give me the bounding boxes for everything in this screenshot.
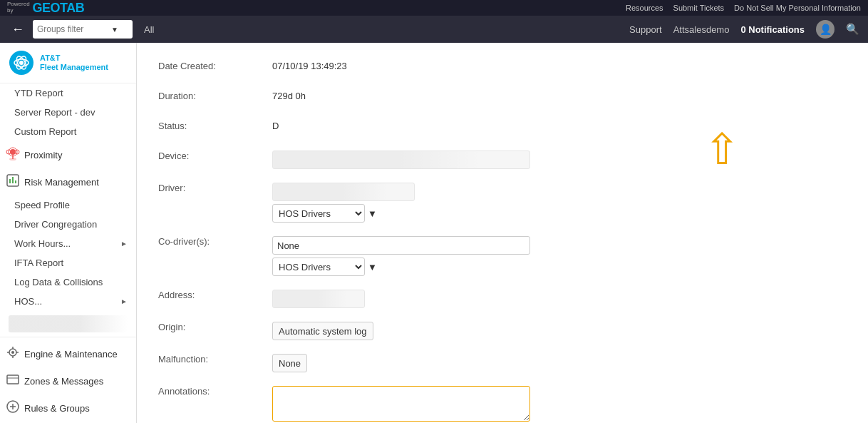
origin-value: Automatic system log xyxy=(272,318,847,340)
geotab-logo-text: GEOTAB xyxy=(33,1,85,16)
malfunction-label: Malfunction: xyxy=(158,350,272,365)
date-created-value: 07/10/19 13:49:23 xyxy=(272,57,847,71)
sidebar-item-server-report[interactable]: Server Report - dev xyxy=(0,103,136,122)
address-input-blurred[interactable] xyxy=(272,290,365,308)
device-row: Device: xyxy=(158,147,847,169)
engine-icon xyxy=(6,345,20,362)
sidebar: AT&T Fleet Management YTD Report Server … xyxy=(0,43,137,423)
origin-label: Origin: xyxy=(158,318,272,332)
work-hours-arrow-icon: ► xyxy=(120,240,128,248)
username-label[interactable]: Attsalesdemo xyxy=(673,24,730,35)
engine-label: Engine & Maintenance xyxy=(24,349,118,360)
annotations-row: Annotations: xyxy=(158,382,847,423)
support-link[interactable]: Support xyxy=(629,24,662,35)
zones-icon xyxy=(6,372,20,389)
risk-management-label: Risk Management xyxy=(24,177,99,188)
powered-by-text: Poweredby xyxy=(7,1,30,14)
brand-line1: AT&T xyxy=(40,53,108,63)
driver-select-row: HOS Drivers ▼ xyxy=(272,204,847,223)
sidebar-item-custom-report[interactable]: Custom Report xyxy=(0,122,136,141)
proximity-icon xyxy=(6,146,20,163)
hos-arrow-icon: ► xyxy=(120,297,128,305)
annotations-textarea[interactable] xyxy=(272,386,530,422)
date-created-label: Date Created: xyxy=(158,57,272,71)
att-logo-icon xyxy=(9,50,34,76)
codriver-value: HOS Drivers ▼ xyxy=(272,233,847,276)
status-row: Status: D xyxy=(158,117,847,137)
duration-row: Duration: 729d 0h xyxy=(158,87,847,107)
duration-label: Duration: xyxy=(158,87,272,101)
sidebar-item-hos[interactable]: HOS... ► xyxy=(0,292,136,311)
device-label: Device: xyxy=(158,147,272,161)
svg-point-4 xyxy=(19,61,24,65)
address-value xyxy=(272,286,847,308)
rules-icon xyxy=(6,399,20,417)
resources-link[interactable]: Resources xyxy=(626,4,663,12)
all-label: All xyxy=(144,24,154,35)
groups-filter[interactable]: ▼ xyxy=(33,20,133,39)
svg-point-16 xyxy=(11,351,14,354)
device-value xyxy=(272,147,847,169)
sidebar-item-ytd-report[interactable]: YTD Report xyxy=(0,83,136,103)
sidebar-item-proximity[interactable]: Proximity xyxy=(0,141,136,168)
malfunction-static: None xyxy=(272,354,307,372)
back-button[interactable]: ← xyxy=(9,19,27,40)
sidebar-item-log-data[interactable]: Log Data & Collisions xyxy=(0,272,136,292)
sidebar-item-rules[interactable]: Rules & Groups xyxy=(0,394,136,422)
sidebar-item-speed-profile[interactable]: Speed Profile xyxy=(0,195,136,215)
filter-caret-icon: ▼ xyxy=(111,26,118,34)
sidebar-item-driver-congregation[interactable]: Driver Congregation xyxy=(0,215,136,234)
codriver-row: Co-driver(s): HOS Drivers ▼ xyxy=(158,233,847,276)
sidebar-brand: AT&T Fleet Management xyxy=(0,43,136,83)
top-header: Poweredby GEOTAB Resources Submit Ticket… xyxy=(0,0,868,16)
sidebar-item-ifta-report[interactable]: IFTA Report xyxy=(0,253,136,272)
annotations-label: Annotations: xyxy=(158,382,272,397)
codriver-hos-select[interactable]: HOS Drivers xyxy=(272,258,365,276)
origin-row: Origin: Automatic system log xyxy=(158,318,847,340)
groups-filter-input[interactable] xyxy=(37,24,108,34)
codriver-none-input[interactable] xyxy=(272,236,530,255)
origin-static: Automatic system log xyxy=(272,322,373,340)
geotab-logo-area: Poweredby GEOTAB xyxy=(7,1,84,16)
date-created-row: Date Created: 07/10/19 13:49:23 xyxy=(158,57,847,77)
codriver-caret-icon: ▼ xyxy=(368,262,377,272)
driver-input-blurred[interactable] xyxy=(272,183,415,201)
sidebar-item-work-hours[interactable]: Work Hours... ► xyxy=(0,234,136,253)
sidebar-item-zones[interactable]: Zones & Messages xyxy=(0,367,136,394)
device-input-blurred[interactable] xyxy=(272,151,530,169)
nav-left: ← ▼ All xyxy=(9,19,154,40)
risk-management-icon xyxy=(6,173,20,190)
nav-right: Support Attsalesdemo 0 Notifications 👤 🔍 xyxy=(629,20,859,39)
search-icon[interactable]: 🔍 xyxy=(846,23,859,36)
brand-text: AT&T Fleet Management xyxy=(40,53,108,72)
sidebar-blurred-item xyxy=(9,315,128,332)
brand-line2: Fleet Management xyxy=(40,63,108,72)
avatar[interactable]: 👤 xyxy=(816,20,835,39)
hos-label: HOS... xyxy=(14,296,42,307)
notifications-badge[interactable]: 0 Notifications xyxy=(740,24,805,35)
driver-row: Driver: HOS Drivers ▼ xyxy=(158,179,847,223)
address-label: Address: xyxy=(158,286,272,300)
sidebar-item-risk-management[interactable]: Risk Management xyxy=(0,168,136,195)
sidebar-item-engine[interactable]: Engine & Maintenance xyxy=(0,340,136,367)
annotations-value xyxy=(272,382,847,423)
status-value: D xyxy=(272,117,847,131)
driver-hos-select[interactable]: HOS Drivers xyxy=(272,204,365,223)
sidebar-divider-1 xyxy=(0,337,136,337)
driver-label: Driver: xyxy=(158,179,272,193)
address-row: Address: xyxy=(158,286,847,308)
codriver-label: Co-driver(s): xyxy=(158,233,272,247)
content-area: ⇧ Date Created: 07/10/19 13:49:23 Durati… xyxy=(137,43,868,423)
codriver-select-row: HOS Drivers ▼ xyxy=(272,258,847,276)
driver-select-caret-icon: ▼ xyxy=(368,208,377,219)
do-not-sell-link[interactable]: Do Not Sell My Personal Information xyxy=(734,4,861,12)
proximity-label: Proximity xyxy=(24,150,62,160)
top-links: Resources Submit Tickets Do Not Sell My … xyxy=(626,4,861,12)
rules-label: Rules & Groups xyxy=(24,403,90,414)
nav-bar: ← ▼ All Support Attsalesdemo 0 Notificat… xyxy=(0,16,868,43)
malfunction-value: None xyxy=(272,350,847,372)
zones-label: Zones & Messages xyxy=(24,376,103,387)
malfunction-row: Malfunction: None xyxy=(158,350,847,372)
submit-tickets-link[interactable]: Submit Tickets xyxy=(673,4,725,12)
status-label: Status: xyxy=(158,117,272,131)
